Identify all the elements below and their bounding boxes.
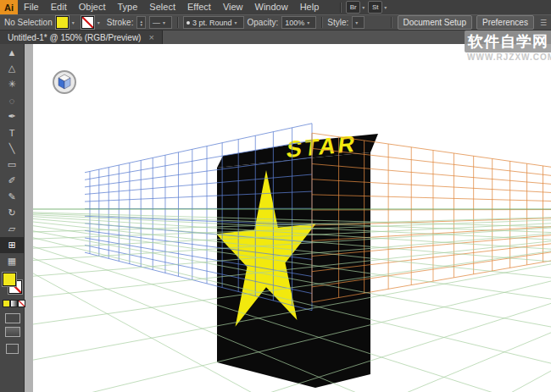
width-profile-dropdown[interactable]: — ▾	[149, 16, 172, 29]
menu-view[interactable]: View	[217, 0, 249, 14]
mesh-tool[interactable]: ▦	[0, 253, 24, 269]
document-setup-button[interactable]: Document Setup	[398, 15, 473, 30]
rectangle-tool[interactable]: ▭	[0, 157, 24, 173]
screen-mode-button[interactable]	[6, 344, 19, 354]
menu-object[interactable]: Object	[73, 0, 112, 14]
toolbar-swatches	[0, 271, 24, 389]
chevron-down-icon: ▾	[362, 4, 365, 10]
magic-wand-tool[interactable]: ✳	[0, 76, 24, 92]
tools-panel: ▲△✳◌✒T╲▭✐✎↻▱⊞▦	[0, 44, 25, 392]
chevron-down-icon: ▾	[97, 19, 100, 25]
pencil-tool[interactable]: ✎	[0, 189, 24, 205]
plane-switch-widget[interactable]	[53, 71, 75, 93]
toolbar-tools: ▲△✳◌✒T╲▭✐✎↻▱⊞▦	[0, 44, 24, 269]
paintbrush-tool[interactable]: ✐	[0, 173, 24, 189]
document-tab[interactable]: Untitled-1* @ 150% (RGB/Preview) ×	[0, 30, 163, 44]
stepper-arrows-icon[interactable]: ▴▾	[140, 19, 142, 26]
opacity-label: Opacity:	[248, 18, 279, 27]
watermark-url: WWW.RJZXW.COM	[467, 52, 551, 62]
menu-window[interactable]: Window	[249, 0, 294, 14]
brush-definition-dropdown[interactable]: 3 pt. Round ▾	[183, 16, 244, 29]
direct-selection-tool[interactable]: △	[0, 60, 24, 76]
close-icon[interactable]: ×	[148, 33, 153, 42]
none-button[interactable]	[18, 300, 25, 307]
chevron-down-icon: ▾	[72, 19, 75, 25]
scale-tool[interactable]: ▱	[0, 221, 24, 237]
lasso-tool[interactable]: ◌	[0, 92, 24, 108]
separator	[321, 17, 322, 28]
separator	[177, 17, 178, 28]
color-button[interactable]	[3, 300, 10, 307]
gradient-button[interactable]	[10, 300, 18, 307]
control-bar-right: Document Setup Preferences ☰	[389, 15, 548, 30]
watermark-title: 软件自学网	[465, 30, 551, 52]
draw-behind-button[interactable]	[5, 327, 20, 337]
menu-help[interactable]: Help	[294, 0, 326, 14]
menu-effect[interactable]: Effect	[181, 0, 217, 14]
chevron-down-icon: ▾	[307, 19, 309, 25]
stroke-color-swatch[interactable]	[81, 16, 94, 29]
menu-bar: Ai File Edit Object Type Select Effect V…	[0, 0, 551, 14]
stroke-weight-stepper[interactable]: ▴▾	[136, 16, 146, 29]
brush-definition-value: 3 pt. Round	[192, 19, 232, 27]
menu-edit[interactable]: Edit	[45, 0, 73, 14]
menu-file[interactable]: File	[18, 0, 45, 14]
style-dropdown[interactable]: ▾	[352, 16, 365, 29]
app-logo: Ai	[0, 0, 18, 14]
chevron-down-icon: ▾	[355, 19, 358, 25]
opacity-dropdown[interactable]: 100% ▾	[281, 16, 316, 29]
menu-separator	[340, 3, 341, 13]
chevron-down-icon: ▾	[384, 4, 387, 10]
pasteboard-gutter	[25, 44, 33, 392]
bridge-button[interactable]: Br	[346, 1, 360, 14]
pen-tool[interactable]: ✒	[0, 108, 24, 124]
type-tool[interactable]: T	[0, 124, 24, 141]
preferences-button[interactable]: Preferences	[476, 15, 534, 30]
draw-normal-button[interactable]	[5, 313, 20, 323]
fill-color-indicator[interactable]	[3, 273, 16, 286]
stroke-panel-button[interactable]: St	[368, 1, 382, 14]
rotate-tool[interactable]: ↻	[0, 205, 24, 221]
separator	[391, 17, 392, 28]
menu-type[interactable]: Type	[112, 0, 144, 14]
selection-status-label: No Selection	[4, 18, 53, 27]
brush-preview-icon	[186, 21, 190, 25]
document-tab-title: Untitled-1* @ 150% (RGB/Preview)	[8, 33, 141, 42]
selection-tool[interactable]: ▲	[0, 44, 24, 60]
line-tool[interactable]: ╲	[0, 141, 24, 157]
chevron-down-icon: ▾	[235, 19, 237, 25]
opacity-value: 100%	[285, 19, 304, 27]
canvas-svg[interactable]: STAR	[33, 44, 551, 392]
chevron-down-icon: ▾	[163, 19, 165, 25]
artboard-canvas[interactable]: STAR	[33, 44, 551, 392]
perspective-grid-tool[interactable]: ⊞	[0, 237, 24, 253]
panel-menu-icon[interactable]: ☰	[540, 19, 547, 27]
control-bar: No Selection ▾ ▾ Stroke: ▴▾ — ▾ 3 pt. Ro…	[0, 14, 551, 30]
menu-select[interactable]: Select	[143, 0, 181, 14]
fill-color-swatch[interactable]	[56, 16, 69, 29]
style-label: Style:	[327, 18, 348, 27]
stroke-weight-label: Stroke:	[107, 18, 134, 27]
